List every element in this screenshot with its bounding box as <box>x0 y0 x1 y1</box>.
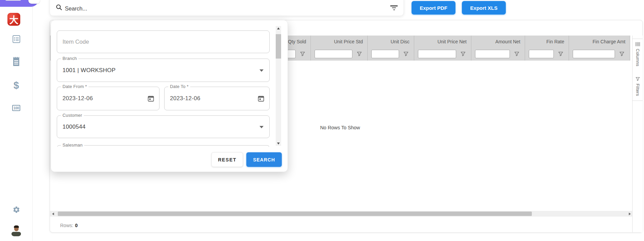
filter-menu-button-amount-net[interactable] <box>514 51 519 57</box>
rows-count-value: 0 <box>75 223 78 228</box>
filter-cell-unit-disc <box>368 47 414 61</box>
export-pdf-button[interactable]: Export PDF <box>412 1 455 15</box>
customer-select[interactable]: Customer 1000544 <box>57 115 270 138</box>
tab-columns[interactable]: Columns <box>633 39 643 74</box>
date-from-value: 2023-12-06 <box>63 95 93 102</box>
funnel-icon <box>403 51 408 57</box>
filter-menu-button-fin-rate[interactable] <box>558 51 563 57</box>
search-input[interactable] <box>64 4 356 13</box>
filter-menu-button-unit-price-net[interactable] <box>461 51 466 57</box>
date-to-label: Date To * <box>168 84 190 89</box>
filter-lines-icon <box>390 5 398 6</box>
banknote-icon: 100 <box>12 105 20 111</box>
column-header-unit-price-net[interactable]: Unit Price Net <box>414 36 471 47</box>
search-bar-card <box>50 0 404 16</box>
funnel-icon <box>558 51 563 57</box>
funnel-icon <box>300 51 305 57</box>
filter-input-unit-price-net[interactable] <box>418 50 456 58</box>
popup-scrollbar-thumb[interactable] <box>276 34 281 59</box>
date-to-value: 2023-12-06 <box>170 95 200 102</box>
scroll-down-arrow[interactable] <box>276 141 281 146</box>
filter-input-unit-price-std[interactable] <box>315 50 352 58</box>
scroll-left-arrow[interactable] <box>50 211 56 217</box>
chevron-down-icon[interactable] <box>259 69 264 72</box>
salesman-select[interactable]: Salesman <box>57 145 270 147</box>
scroll-right-arrow[interactable] <box>626 211 633 217</box>
popup-scrollbar[interactable] <box>276 26 281 146</box>
export-xls-button[interactable]: Export XLS <box>462 1 506 15</box>
filter-cell-unit-price-std <box>311 47 368 61</box>
column-header-unit-disc[interactable]: Unit Disc <box>368 36 414 47</box>
funnel-icon <box>461 51 466 57</box>
column-header-fin-charge-amt[interactable]: Fin Charge Amt <box>569 36 630 47</box>
app-root: 大 $ 100 <box>0 0 644 241</box>
banknote-label: 100 <box>14 106 19 110</box>
sidebar-item-banknote[interactable]: 100 <box>0 105 32 111</box>
filter-cell-unit-price-net <box>414 47 471 61</box>
sidebar-item-list[interactable] <box>0 35 32 44</box>
avatar-hair <box>14 225 19 228</box>
gear-icon <box>13 206 20 214</box>
customer-value: 1000544 <box>63 124 85 130</box>
brand-logo[interactable]: 大 <box>7 13 20 26</box>
sidebar-item-receipt[interactable] <box>0 56 32 67</box>
receipt-icon <box>13 56 20 67</box>
tab-filters[interactable]: Filters <box>633 74 643 101</box>
calendar-icon[interactable] <box>257 95 265 102</box>
date-to-field[interactable]: Date To * 2023-12-06 <box>164 87 270 110</box>
funnel-icon <box>514 51 519 57</box>
dollar-icon: $ <box>14 81 19 90</box>
search-icon <box>56 4 62 10</box>
tab-columns-label: Columns <box>635 49 640 66</box>
filter-menu-button-fin-charge-amt[interactable] <box>619 51 624 57</box>
brand-logo-glyph: 大 <box>9 13 19 26</box>
sidebar-item-sales[interactable]: $ <box>0 81 32 90</box>
sidebar-item-settings[interactable] <box>0 206 32 214</box>
user-avatar[interactable] <box>11 225 21 236</box>
column-header-unit-price-std[interactable]: Unit Price Std <box>311 36 368 47</box>
branch-value: 1001 | WORKSHOP <box>63 67 116 74</box>
salesman-label: Salesman <box>61 143 84 147</box>
item-code-input[interactable] <box>57 30 270 53</box>
list-icon <box>13 35 20 44</box>
chevron-down-icon[interactable] <box>259 126 264 128</box>
filter-cell-fin-rate <box>525 47 569 61</box>
horizontal-scrollbar-thumb[interactable] <box>58 212 532 216</box>
horizontal-scrollbar[interactable] <box>50 211 633 217</box>
search-button[interactable]: SEARCH <box>246 152 282 167</box>
filter-menu-button-qty-sold[interactable] <box>300 51 305 57</box>
filter-menu-button-unit-price-std[interactable] <box>357 51 362 57</box>
funnel-icon <box>619 51 624 57</box>
filter-menu-button-unit-disc[interactable] <box>403 51 408 57</box>
search-filter-popup: Branch 1001 | WORKSHOP Date From * 2023-… <box>51 20 288 172</box>
column-header-fin-rate[interactable]: Fin Rate <box>525 36 569 47</box>
calendar-icon[interactable] <box>147 95 154 102</box>
columns-icon <box>636 42 640 46</box>
filter-cell-fin-charge-amt <box>569 47 630 61</box>
date-from-field[interactable]: Date From * 2023-12-06 <box>57 87 159 110</box>
grid-side-panel: Columns Filters <box>632 36 643 232</box>
filter-input-amount-net[interactable] <box>475 50 510 58</box>
sidebar: 大 $ 100 <box>0 0 33 241</box>
filter-input-fin-charge-amt[interactable] <box>573 50 615 58</box>
filter-cell-amount-net <box>471 47 525 61</box>
funnel-icon <box>357 51 362 57</box>
scroll-up-arrow[interactable] <box>276 26 281 31</box>
column-header-amount-net[interactable]: Amount Net <box>471 36 525 47</box>
funnel-icon <box>636 77 640 81</box>
filter-input-fin-rate[interactable] <box>529 50 554 58</box>
date-from-label: Date From * <box>61 84 89 89</box>
reset-button[interactable]: RESET <box>212 152 243 167</box>
filter-toggle-button[interactable] <box>390 5 398 12</box>
filter-input-unit-disc[interactable] <box>371 50 399 58</box>
rows-count-label: Rows: <box>60 223 73 228</box>
avatar-body <box>11 232 21 236</box>
branch-label: Branch <box>61 56 78 61</box>
grid-status-bar: Rows: 0 <box>50 219 642 232</box>
filter-popup-fields: Branch 1001 | WORKSHOP Date From * 2023-… <box>57 25 270 147</box>
sidebar-pill <box>28 0 40 4</box>
customer-label: Customer <box>61 113 84 118</box>
branch-select[interactable]: Branch 1001 | WORKSHOP <box>57 59 270 82</box>
tab-filters-label: Filters <box>635 84 640 96</box>
invoice-icon <box>5 0 21 1</box>
